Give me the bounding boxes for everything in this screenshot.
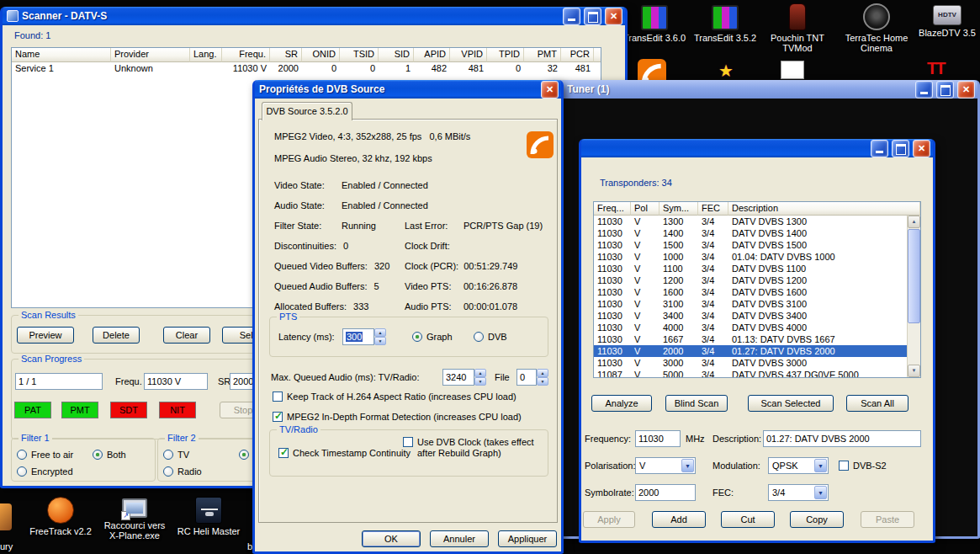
minimize-button[interactable] (915, 81, 933, 99)
scanner-app-icon[interactable] (7, 10, 19, 22)
clear-button[interactable]: Clear (163, 327, 210, 344)
dialog-titlebar[interactable]: Propriétés de DVB Source (255, 80, 561, 99)
minimize-button[interactable] (871, 140, 888, 157)
fec-select[interactable]: 3/4 ▼ (768, 484, 829, 501)
vertical-scrollbar[interactable]: ▲ ▼ (907, 216, 920, 377)
scroll-up-icon[interactable]: ▲ (908, 216, 920, 228)
ok-button[interactable]: OK (362, 530, 421, 547)
radio-dvb[interactable]: DVB (474, 331, 507, 343)
max-queued-file-field[interactable]: 0 (516, 369, 537, 386)
apply-button[interactable]: Appliquer (498, 530, 557, 547)
scan-all-button[interactable]: Scan All (846, 395, 908, 412)
transponder-row[interactable]: 11030V16673/401.13: DATV DVBS 1667 (594, 333, 920, 345)
chevron-down-icon[interactable]: ▼ (814, 486, 827, 499)
max-queued-file-spinner[interactable]: ▲ ▼ (537, 369, 548, 386)
progress-field[interactable]: 1 / 1 (15, 373, 103, 390)
close-button[interactable] (957, 81, 975, 99)
max-queued-tv-spinner[interactable]: ▲ ▼ (474, 369, 486, 386)
h264-aspect-checkbox[interactable]: Keep Track of H.264 Aspect Ratio (increa… (273, 391, 516, 402)
column-header[interactable]: ONID (302, 48, 340, 62)
desktop-icon-freetrack[interactable]: FreeTrack v2.2 (25, 497, 96, 536)
desktop-icon-blazedtv[interactable]: HDTV BlazeDTV 3.5 (914, 5, 980, 38)
max-queued-tv-field[interactable]: 3240 (442, 369, 474, 386)
modulation-select[interactable]: QPSK ▼ (768, 457, 829, 474)
desktop-icon-transedit-360[interactable]: TransEdit 3.6.0 (619, 5, 690, 43)
column-header[interactable]: VPID (450, 48, 487, 62)
transponder-row[interactable]: 11030V16003/4DATV DVBS 1600 (594, 286, 920, 298)
transponder-row[interactable]: 11030V34003/4DATV DVBS 3400 (594, 310, 920, 322)
description-field[interactable]: 01.27: DATV DVBS 2000 (763, 430, 921, 447)
desktop-icon-pouchin[interactable]: Pouchin TNT TVMod (760, 3, 834, 53)
star-icon[interactable]: ★ (718, 61, 734, 81)
dvb-clock-checkbox[interactable]: Use DVB Clock (takes effect after Rebuil… (403, 437, 543, 459)
scroll-down-icon[interactable]: ▼ (908, 365, 920, 377)
analyze-button[interactable]: Analyze (591, 395, 652, 412)
column-header[interactable]: Pol (631, 202, 660, 216)
paste-button[interactable]: Paste (861, 511, 914, 528)
transponder-row[interactable]: 11030V15003/4DATV DVBS 1500 (594, 239, 920, 251)
desktop-icon-terratec[interactable]: TerraTec Home Cinema (838, 3, 915, 53)
radio-tv[interactable]: TV (163, 449, 189, 461)
radio-graph[interactable]: Graph (412, 331, 453, 343)
column-header[interactable]: Name (12, 48, 111, 62)
mpeg2-indepth-checkbox[interactable]: MPEG2 In-Depth Format Detection (increas… (273, 411, 522, 423)
spin-down-icon[interactable]: ▼ (537, 377, 548, 386)
chevron-down-icon[interactable]: ▼ (681, 459, 694, 472)
latency-field[interactable]: 300 (342, 328, 374, 345)
transponder-row[interactable]: 11030V10003/401.04: DATV DVBS 1000 (594, 251, 920, 263)
radio-free-to-air[interactable]: Free to air (17, 449, 73, 461)
dvbs2-checkbox[interactable]: DVB-S2 (839, 460, 887, 471)
spin-down-icon[interactable]: ▼ (374, 337, 386, 345)
preview-button[interactable]: Preview (17, 327, 74, 344)
radio-encrypted[interactable]: Encrypted (17, 466, 73, 477)
close-button[interactable] (605, 8, 622, 25)
tt-logo-icon[interactable]: TT (927, 59, 944, 78)
close-button[interactable] (913, 140, 930, 157)
spin-down-icon[interactable]: ▼ (474, 377, 486, 386)
column-header[interactable]: Sym... (660, 202, 698, 216)
transponder-row[interactable]: 11087V50003/4DATV DVBS 437 DG0VE 5000 (594, 369, 920, 378)
cut-button[interactable]: Cut (721, 511, 775, 528)
column-header[interactable]: TPID (487, 48, 524, 62)
maximize-button[interactable] (936, 81, 954, 99)
radio-radio[interactable]: Radio (163, 466, 202, 477)
blind-scan-button[interactable]: Blind Scan (665, 395, 728, 412)
tuner-titlebar[interactable]: Tuner (1) (548, 80, 977, 99)
timestamp-continuity-checkbox[interactable]: Check Timestamp Continuity (278, 447, 411, 459)
column-header[interactable]: Provider (111, 48, 190, 62)
desktop-icon-rcheli[interactable]: RC Heli Master (173, 497, 244, 536)
chevron-down-icon[interactable]: ▼ (814, 459, 827, 472)
spin-up-icon[interactable]: ▲ (537, 369, 548, 377)
tab-dvb-source[interactable]: DVB Source 3.5.2.0 (262, 102, 352, 120)
column-header[interactable]: APID (414, 48, 450, 62)
column-header[interactable]: Freq... (594, 202, 631, 216)
transponder-row[interactable]: 11030V30003/4DATV DVBS 3000 (594, 357, 920, 369)
desktop-icon-xplane[interactable]: ↗ Raccourci vers X-Plane.exe (99, 498, 170, 541)
radio-both[interactable]: Both (93, 449, 126, 461)
transponder-row[interactable]: 11030V20003/401.27: DATV DVBS 2000 (594, 345, 920, 357)
desktop-icon-transedit-352[interactable]: TransEdit 3.5.2 (690, 5, 760, 43)
transponder-titlebar[interactable] (581, 139, 933, 157)
polarisation-select[interactable]: V ▼ (635, 457, 696, 474)
latency-spinner[interactable]: ▲ ▼ (374, 328, 386, 345)
column-header[interactable]: SR (270, 48, 302, 62)
spin-up-icon[interactable]: ▲ (474, 369, 486, 377)
symbolrate-field[interactable]: 2000 (635, 484, 696, 501)
column-header[interactable]: Frequ. (222, 48, 270, 62)
column-header[interactable]: FEC (698, 202, 728, 216)
transponder-row[interactable]: 11030V11003/4DATV DVBS 1100 (594, 263, 920, 274)
transponder-row[interactable]: 11030V13003/4DATV DVBS 1300 (594, 216, 920, 227)
scrollbar-thumb[interactable] (908, 229, 920, 323)
partial-desktop-icon[interactable] (0, 503, 12, 530)
document-icon[interactable] (781, 61, 804, 79)
spin-up-icon[interactable]: ▲ (374, 328, 386, 337)
maximize-button[interactable] (892, 140, 909, 157)
copy-button[interactable]: Copy (790, 511, 844, 528)
column-header[interactable]: SID (379, 48, 414, 62)
table-row[interactable]: Service 1Unknown11030 V20000014824810324… (12, 62, 601, 75)
transponder-row[interactable]: 11030V12003/4DATV DVBS 1200 (594, 274, 920, 286)
apply-button[interactable]: Apply (583, 511, 635, 528)
delete-button[interactable]: Delete (93, 327, 140, 344)
add-button[interactable]: Add (652, 511, 706, 528)
column-header[interactable]: Description (728, 202, 920, 216)
